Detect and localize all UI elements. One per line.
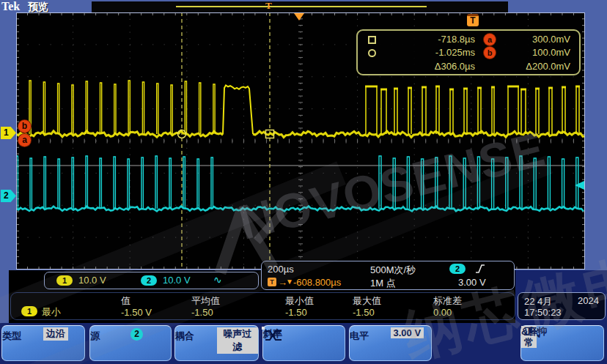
trigger-slope-icon bbox=[474, 263, 486, 275]
record-length: 1M 点 bbox=[370, 277, 396, 290]
cursor-b-badge: b bbox=[18, 120, 31, 133]
menu-coupling-value: 噪声过滤 bbox=[217, 327, 259, 354]
cursor-b-time: -1.025ms bbox=[384, 47, 475, 58]
cursor-a-mark: a bbox=[484, 34, 496, 45]
square-cursor-icon bbox=[368, 36, 376, 44]
cursor-a-time: -718.8µs bbox=[384, 34, 475, 45]
measurement-col-value: -1.50 bbox=[191, 307, 213, 318]
ch1-badge: 1 bbox=[56, 275, 73, 286]
measurement-col-value: 0.00 bbox=[433, 307, 452, 318]
measurement-col-header: 标准差 bbox=[433, 294, 462, 308]
oscilloscope-screen: Tek 预览 T T b a 1 2 -718.8µs a 300.0mV -1… bbox=[0, 0, 607, 364]
menu-mode-value2: &释抑 bbox=[521, 326, 547, 337]
cursor-b-mark: b bbox=[484, 47, 496, 59]
measurement-col-header: 平均值 bbox=[191, 294, 220, 308]
brand-logo: Tek bbox=[1, 0, 20, 13]
expand-point-marker bbox=[294, 13, 304, 21]
menu-level-value: 3.00 V bbox=[391, 327, 424, 338]
cursor-a-badge: a bbox=[18, 134, 31, 146]
record-trigger-marker: T bbox=[265, 0, 272, 12]
measurement-col-value: -1.50 bbox=[353, 307, 375, 318]
clock-time: 17:50:23 bbox=[524, 307, 562, 318]
menu-source-channel-badge: 2 bbox=[130, 328, 143, 341]
timebase-readout-box: 200µs 500M次/秒 2 T → ▼ -608.800µs 1M 点 3.… bbox=[261, 261, 515, 290]
sample-rate: 500M次/秒 bbox=[370, 264, 416, 277]
date-year: 2024 bbox=[578, 295, 599, 306]
datetime-box: 22 4月 2024 17:50:23 bbox=[518, 292, 606, 320]
record-window-indicator bbox=[176, 6, 427, 7]
measurement-col-value: -1.50 bbox=[285, 307, 307, 318]
measurement-col-header: 最大值 bbox=[353, 294, 381, 308]
ch2-badge: 2 bbox=[141, 275, 157, 286]
trigger-delay-t-icon: T bbox=[268, 278, 276, 286]
cursor-a-volt: 300.0mV bbox=[503, 34, 570, 45]
cursor-b-volt: 100.0mV bbox=[503, 47, 570, 58]
measurement-bar: 1 最小 值-1.50 V平均值-1.50最小值-1.50最大值-1.50标准差… bbox=[10, 292, 515, 320]
menu-coupling-button[interactable]: 耦合 噪声过滤 bbox=[174, 325, 259, 361]
ch1-scale: 10.0 V bbox=[78, 275, 106, 286]
trigger-delay-marker: ▼ bbox=[286, 278, 293, 286]
ch2-trigger-level-arrow bbox=[575, 181, 584, 190]
ch2-coupling-icon: ∿ bbox=[213, 274, 222, 286]
measurement-col-header: 最小值 bbox=[285, 294, 314, 308]
measurement-col-value: -1.50 V bbox=[121, 307, 152, 318]
cursor-delta-time: Δ306.0µs bbox=[384, 61, 475, 72]
menu-source-title: 源 bbox=[90, 330, 100, 343]
trigger-source-badge: 2 bbox=[449, 264, 466, 274]
channel-readout-bar: 1 10.0 V 2 10.0 V ∿ bbox=[44, 272, 259, 289]
measurement-columns: 值-1.50 V平均值-1.50最小值-1.50最大值-1.50标准差0.00 bbox=[11, 293, 516, 321]
menu-type-button[interactable]: 类型 边沿 bbox=[1, 325, 85, 361]
ch1-position-marker: 1 bbox=[1, 127, 16, 139]
ch2-scale: 10.0 V bbox=[163, 275, 191, 286]
menu-source-button[interactable]: 源 2 bbox=[89, 325, 172, 361]
menu-slope-button[interactable]: 斜率 bbox=[262, 325, 345, 361]
cursor-lines bbox=[182, 12, 270, 270]
menu-coupling-title: 耦合 bbox=[175, 330, 194, 343]
cursor-readout-box: -718.8µs a 300.0mV -1.025ms b 100.0mV Δ3… bbox=[356, 29, 581, 75]
cursor-delta-volt: Δ200.0mV bbox=[503, 61, 570, 72]
menu-type-title: 类型 bbox=[2, 330, 21, 343]
measurement-col-header: 值 bbox=[121, 294, 130, 308]
trigger-delay-value: -608.800µs bbox=[293, 277, 341, 288]
menu-mode-button[interactable]: 模式 正常 &释抑 bbox=[520, 325, 604, 361]
ch2-position-marker: 2 bbox=[1, 190, 16, 202]
circle-cursor-icon bbox=[368, 49, 376, 57]
ch2-trace bbox=[16, 156, 584, 211]
record-view-bar: T bbox=[92, 1, 508, 12]
trigger-position-flag: T bbox=[467, 14, 479, 26]
trigger-level-value: 3.00 V bbox=[458, 277, 486, 288]
menu-type-value: 边沿 bbox=[43, 327, 68, 341]
time-per-div: 200µs bbox=[268, 264, 294, 275]
menu-level-button[interactable]: 电平 3.00 V bbox=[349, 325, 432, 361]
menu-level-title: 电平 bbox=[350, 330, 369, 343]
